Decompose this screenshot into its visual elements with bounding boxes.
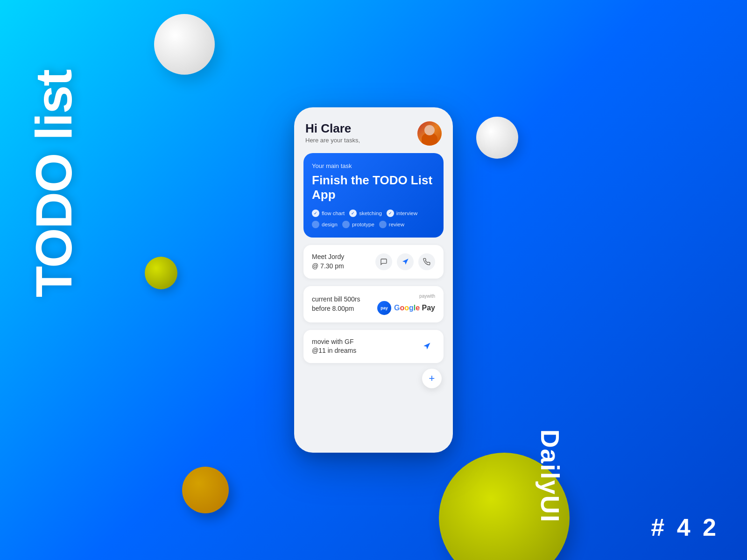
tag-label-sketching: sketching bbox=[359, 210, 382, 216]
task-text-bill: current bill 500rsbefore 8.00pm bbox=[312, 295, 360, 313]
task-tags-container: ✓ flow chart ✓ sketching ✓ interview des… bbox=[312, 210, 435, 228]
svg-marker-0 bbox=[402, 259, 409, 265]
message-icon-button[interactable] bbox=[375, 253, 392, 270]
tag-review: review bbox=[379, 221, 404, 228]
greeting-name: Hi Clare bbox=[305, 121, 360, 136]
decorative-circle-white-top bbox=[154, 14, 215, 75]
navigation-icon-button-jordy[interactable] bbox=[397, 253, 414, 270]
task-actions-movie bbox=[418, 338, 435, 355]
tag-label-review: review bbox=[389, 222, 404, 227]
decorative-circle-white-right bbox=[476, 117, 518, 159]
decorative-circle-yellow-left bbox=[145, 257, 177, 289]
gpay-circle-icon[interactable]: pay bbox=[377, 301, 391, 315]
tag-label-interview: interview bbox=[396, 210, 417, 216]
phone-mockup: Hi Clare Here are your tasks, Your main … bbox=[294, 107, 453, 453]
tag-label-prototype: prototype bbox=[352, 222, 374, 227]
tag-sketching: ✓ sketching bbox=[349, 210, 382, 217]
challenge-number: # 4 2 bbox=[651, 513, 719, 541]
svg-marker-1 bbox=[423, 343, 430, 350]
phone-icon-button[interactable] bbox=[418, 253, 435, 270]
phone-header: Hi Clare Here are your tasks, bbox=[303, 121, 444, 146]
todo-title-text: TODO list bbox=[28, 70, 79, 297]
task-item-movie[interactable]: movie with GF@11 in dreams bbox=[303, 330, 444, 363]
decorative-circle-gold-bottom bbox=[182, 467, 229, 513]
task-actions-bill: paywith pay Google Pay bbox=[377, 294, 435, 315]
tag-design: design bbox=[312, 221, 338, 228]
pay-icons-container: pay Google Pay bbox=[377, 301, 435, 315]
avatar[interactable] bbox=[417, 121, 442, 146]
task-item-bill[interactable]: current bill 500rsbefore 8.00pm paywith … bbox=[303, 286, 444, 322]
tag-dot-interview: ✓ bbox=[387, 210, 394, 217]
task-text-meet-jordy: Meet Jordy@ 7.30 pm bbox=[312, 252, 344, 271]
payment-section: paywith pay Google Pay bbox=[377, 294, 435, 315]
navigation-icon-button-movie[interactable] bbox=[418, 338, 435, 355]
gpay-circle-text: pay bbox=[381, 306, 388, 310]
main-task-title: Finish the TODO List App bbox=[312, 173, 435, 202]
greeting-subtitle: Here are your tasks, bbox=[305, 137, 360, 144]
greeting-section: Hi Clare Here are your tasks, bbox=[305, 121, 360, 144]
tag-flow-chart: ✓ flow chart bbox=[312, 210, 345, 217]
add-task-button[interactable]: + bbox=[422, 369, 442, 388]
pay-with-label: paywith bbox=[377, 294, 435, 299]
add-icon: + bbox=[429, 372, 435, 385]
tag-dot-design bbox=[312, 221, 319, 228]
tag-dot-flow-chart: ✓ bbox=[312, 210, 319, 217]
daily-ui-text: DailyUI bbox=[535, 429, 565, 523]
tag-dot-sketching: ✓ bbox=[349, 210, 357, 217]
google-pay-text[interactable]: Google Pay bbox=[394, 304, 435, 312]
tag-label-flow-chart: flow chart bbox=[322, 210, 345, 216]
avatar-image bbox=[417, 121, 442, 146]
task-actions-meet-jordy bbox=[375, 253, 435, 270]
task-item-meet-jordy[interactable]: Meet Jordy@ 7.30 pm bbox=[303, 245, 444, 278]
tag-label-design: design bbox=[322, 222, 338, 227]
main-task-card[interactable]: Your main task Finish the TODO List App … bbox=[303, 153, 444, 238]
tag-dot-prototype bbox=[342, 221, 350, 228]
task-text-movie: movie with GF@11 in dreams bbox=[312, 337, 356, 356]
tag-interview: ✓ interview bbox=[387, 210, 417, 217]
tag-prototype: prototype bbox=[342, 221, 374, 228]
tag-dot-review bbox=[379, 221, 387, 228]
main-task-label: Your main task bbox=[312, 162, 435, 169]
